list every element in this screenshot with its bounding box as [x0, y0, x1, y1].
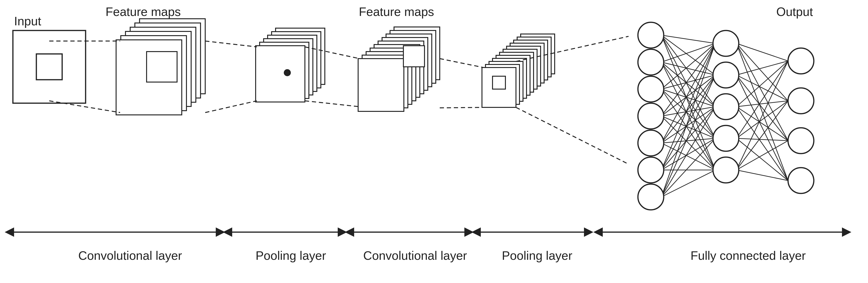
- svg-rect-28: [517, 37, 551, 77]
- fc-layer-label: Fully connected layer: [633, 249, 863, 262]
- svg-point-15: [284, 69, 291, 76]
- svg-rect-27: [521, 34, 555, 74]
- svg-line-96: [737, 107, 788, 181]
- svg-rect-2: [140, 19, 205, 94]
- svg-marker-132: [584, 227, 593, 237]
- conv-layer-1-label: Convolutional layer: [30, 249, 230, 262]
- svg-line-69: [661, 116, 715, 170]
- svg-line-87: [737, 43, 788, 141]
- svg-line-60: [661, 43, 715, 89]
- svg-line-78: [661, 138, 715, 170]
- svg-line-91: [737, 75, 788, 141]
- svg-line-42: [205, 41, 257, 47]
- svg-line-93: [737, 61, 788, 107]
- svg-line-94: [737, 101, 788, 107]
- diagram-svg: [0, 0, 868, 283]
- svg-rect-7: [116, 40, 182, 115]
- svg-line-81: [661, 75, 715, 197]
- svg-marker-129: [464, 227, 474, 237]
- svg-line-82: [661, 107, 715, 197]
- svg-marker-131: [471, 227, 481, 237]
- svg-line-71: [661, 75, 715, 143]
- svg-line-90: [737, 75, 788, 101]
- svg-line-85: [737, 43, 788, 61]
- svg-line-53: [661, 35, 715, 138]
- svg-line-62: [661, 89, 715, 107]
- svg-point-105: [638, 22, 664, 48]
- svg-point-118: [788, 88, 814, 114]
- pooling-layer-2-label: Pooling layer: [471, 249, 603, 262]
- svg-rect-14: [256, 46, 305, 102]
- svg-line-95: [737, 107, 788, 141]
- svg-rect-35: [493, 58, 527, 98]
- svg-line-57: [661, 62, 715, 107]
- svg-marker-135: [842, 227, 851, 237]
- svg-line-100: [737, 138, 788, 181]
- svg-line-64: [661, 89, 715, 170]
- svg-line-48: [516, 36, 628, 61]
- svg-line-58: [661, 62, 715, 138]
- svg-line-63: [661, 89, 715, 138]
- svg-line-50: [661, 35, 715, 43]
- svg-rect-17: [390, 30, 436, 83]
- svg-line-92: [737, 75, 788, 181]
- svg-rect-20: [378, 41, 424, 94]
- svg-line-74: [661, 143, 715, 170]
- svg-rect-29: [514, 40, 548, 80]
- svg-line-54: [661, 35, 715, 170]
- svg-line-73: [661, 138, 715, 143]
- svg-line-83: [661, 138, 715, 197]
- svg-rect-33: [500, 52, 533, 92]
- feature-maps-1-label: Feature maps: [105, 5, 181, 19]
- svg-point-109: [638, 130, 664, 156]
- svg-line-47: [440, 107, 484, 108]
- svg-line-46: [440, 59, 484, 67]
- svg-rect-25: [358, 59, 404, 112]
- svg-rect-23: [366, 52, 412, 104]
- svg-point-112: [713, 30, 739, 56]
- svg-rect-8: [147, 52, 177, 82]
- svg-point-113: [713, 62, 739, 88]
- feature-maps-2-label: Feature maps: [359, 5, 434, 19]
- svg-line-43: [205, 101, 257, 113]
- svg-rect-9: [276, 28, 325, 85]
- svg-point-114: [713, 94, 739, 120]
- svg-point-117: [788, 48, 814, 74]
- svg-line-75: [661, 43, 715, 170]
- svg-line-59: [661, 62, 715, 170]
- svg-rect-1: [36, 54, 62, 80]
- svg-rect-34: [496, 55, 530, 95]
- svg-rect-12: [264, 39, 313, 95]
- svg-line-45: [305, 101, 360, 107]
- svg-rect-13: [260, 42, 309, 98]
- conv-layer-2-label: Convolutional layer: [347, 249, 483, 262]
- svg-point-107: [638, 76, 664, 102]
- svg-marker-122: [5, 227, 14, 237]
- svg-rect-36: [489, 61, 523, 101]
- svg-rect-31: [506, 46, 540, 86]
- svg-line-76: [661, 75, 715, 170]
- svg-line-86: [737, 43, 788, 101]
- svg-line-49: [516, 107, 628, 164]
- input-label: Input: [14, 14, 41, 28]
- svg-line-52: [661, 35, 715, 107]
- pooling-layer-1-label: Pooling layer: [230, 249, 352, 262]
- svg-rect-4: [130, 27, 196, 102]
- svg-line-56: [661, 62, 715, 75]
- svg-line-41: [49, 101, 120, 113]
- svg-line-61: [661, 75, 715, 89]
- svg-rect-19: [382, 37, 428, 90]
- svg-rect-5: [125, 31, 191, 106]
- svg-rect-11: [268, 35, 317, 91]
- svg-line-55: [661, 43, 715, 62]
- svg-line-102: [737, 101, 788, 170]
- svg-line-77: [661, 107, 715, 170]
- svg-point-106: [638, 49, 664, 75]
- svg-rect-38: [482, 67, 516, 107]
- svg-point-115: [713, 125, 739, 151]
- svg-rect-30: [510, 43, 544, 83]
- svg-line-103: [737, 141, 788, 170]
- svg-point-110: [638, 157, 664, 183]
- svg-marker-126: [338, 227, 347, 237]
- svg-point-120: [788, 168, 814, 193]
